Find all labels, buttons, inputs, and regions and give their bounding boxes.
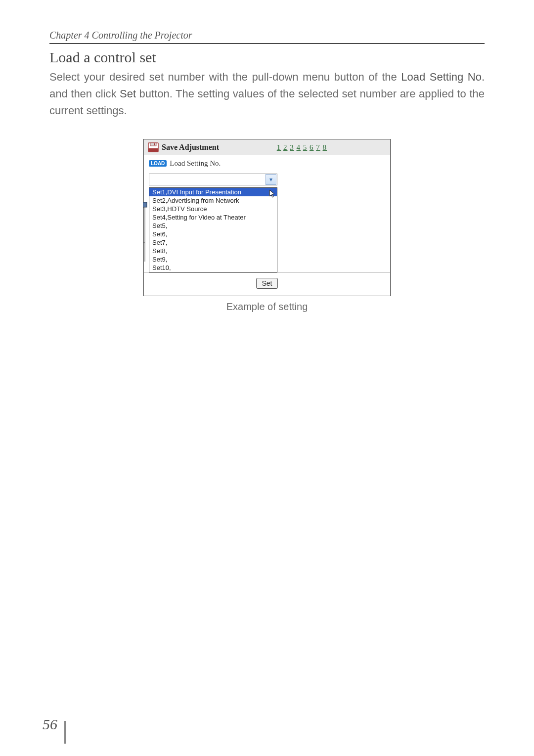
dropdown-item-9[interactable]: Set9, bbox=[149, 255, 277, 264]
section-body: Select your desired set number with the … bbox=[49, 69, 485, 119]
figure-save-adjustment: Save Adjustment 1 2 3 4 5 6 7 8 LOAD Loa… bbox=[143, 139, 391, 296]
page-number: 56 bbox=[43, 716, 57, 733]
dropdown-item-2[interactable]: Set2,Advertising from Network bbox=[149, 196, 277, 205]
figure-header-title: Save Adjustment bbox=[162, 143, 219, 152]
set-row: Set bbox=[144, 272, 390, 296]
dropdown-item-5[interactable]: Set5, bbox=[149, 222, 277, 230]
dropdown-item-3[interactable]: Set3,HDTV Source bbox=[149, 205, 277, 213]
chapter-header: Chapter 4 Controlling the Projector bbox=[49, 30, 485, 44]
section-title: Load a control set bbox=[49, 49, 485, 66]
keyword-load-setting-no: Load Setting No. bbox=[401, 71, 485, 83]
dropdown-item-4[interactable]: Set4,Setting for Video at Theater bbox=[149, 213, 277, 222]
save-disk-icon bbox=[148, 142, 159, 152]
page-links: 1 2 3 4 5 6 7 8 bbox=[277, 143, 386, 152]
dropdown-item-1[interactable]: Set1,DVI Input for Presentation bbox=[149, 188, 277, 196]
figure-subheader: LOAD Load Setting No. bbox=[144, 155, 390, 170]
page-link-6[interactable]: 6 bbox=[310, 143, 314, 151]
svg-rect-2 bbox=[150, 143, 156, 146]
page-link-1[interactable]: 1 bbox=[277, 143, 281, 151]
svg-rect-3 bbox=[154, 143, 155, 145]
side-marker-icon bbox=[143, 202, 148, 301]
dropdown-item-10[interactable]: Set10, bbox=[149, 264, 277, 272]
footer-rule bbox=[64, 721, 66, 744]
keyword-set: Set bbox=[120, 88, 136, 100]
page-link-7[interactable]: 7 bbox=[316, 143, 320, 151]
dropdown-row: ▾ bbox=[144, 170, 390, 185]
body-pre: Select your desired set number with the … bbox=[49, 71, 401, 83]
dropdown-item-6[interactable]: Set6, bbox=[149, 230, 277, 238]
page-link-3[interactable]: 3 bbox=[290, 143, 294, 151]
svg-rect-4 bbox=[143, 202, 147, 207]
load-setting-no-label: Load Setting No. bbox=[170, 159, 221, 168]
dropdown-item-7[interactable]: Set7, bbox=[149, 238, 277, 247]
load-setting-dropdown[interactable] bbox=[149, 174, 277, 185]
page-link-2[interactable]: 2 bbox=[283, 143, 288, 151]
page-link-5[interactable]: 5 bbox=[303, 143, 308, 151]
load-badge-icon: LOAD bbox=[149, 160, 167, 167]
dropdown-list[interactable]: Set1,DVI Input for Presentation Set2,Adv… bbox=[149, 187, 277, 272]
figure-header: Save Adjustment 1 2 3 4 5 6 7 8 bbox=[144, 139, 390, 155]
dropdown-item-8[interactable]: Set8, bbox=[149, 247, 277, 255]
dropdown-arrow-icon[interactable]: ▾ bbox=[266, 174, 276, 185]
body-mid: and then click bbox=[49, 88, 120, 100]
figure-caption: Example of setting bbox=[226, 301, 308, 312]
page-link-8[interactable]: 8 bbox=[323, 143, 327, 151]
set-button[interactable]: Set bbox=[256, 278, 277, 289]
page-link-4[interactable]: 4 bbox=[297, 143, 301, 151]
svg-rect-1 bbox=[148, 148, 158, 152]
